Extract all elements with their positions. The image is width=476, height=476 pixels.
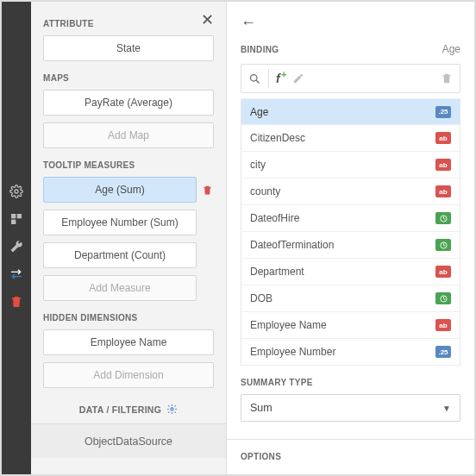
hidden-dimension-pill[interactable]: Employee Name [43,329,214,355]
field-name: Employee Name [250,319,435,331]
type-badge [435,212,451,224]
svg-point-0 [15,190,18,193]
field-name: Department [250,266,435,278]
type-badge [435,239,451,251]
add-dimension-button[interactable]: Add Dimension [43,362,214,388]
field-item[interactable]: countyab [241,178,460,205]
field-name: Employee Number [250,346,435,358]
type-badge: ab [435,266,451,278]
summary-type-select[interactable]: Sum ▼ [241,394,460,422]
svg-point-5 [251,74,258,81]
type-badge: ab [435,185,451,197]
field-item[interactable]: cityab [241,152,460,178]
close-icon[interactable]: ✕ [201,10,214,29]
attribute-pill[interactable]: State [43,35,214,61]
field-item[interactable]: CitizenDescab [241,125,460,152]
field-name: DateofTermination [250,239,435,251]
type-badge [435,292,451,304]
maps-label: MAPS [43,73,214,83]
field-name: DateofHire [250,212,435,224]
attribute-label: ATTRIBUTE [43,19,214,28]
svg-point-4 [171,408,173,410]
field-item[interactable]: DOB [241,285,460,312]
type-badge: .25 [435,106,451,118]
svg-rect-3 [11,220,16,224]
type-badge: .25 [435,346,451,358]
field-list: Age.25CitizenDescabcityabcountyabDateofH… [241,98,460,366]
svg-rect-1 [11,214,16,218]
field-name: DOB [250,292,435,304]
field-item[interactable]: Age.25 [241,98,460,125]
type-badge: ab [435,159,451,171]
binding-label: BINDING [241,45,279,54]
layout-icon[interactable] [2,205,31,233]
field-name: county [250,185,435,197]
edit-icon[interactable] [292,72,304,85]
wrench-icon[interactable] [2,233,31,260]
gear-icon [166,404,178,415]
field-name: CitizenDesc [250,132,435,144]
map-pill[interactable]: PayRate (Average) [43,90,214,116]
tooltip-measures-label: TOOLTIP MEASURES [43,160,214,170]
field-item[interactable]: DateofTermination [241,232,460,259]
field-item[interactable]: DateofHire [241,205,460,232]
field-name: city [250,159,435,171]
trash-icon[interactable] [441,72,453,85]
gear-icon[interactable] [2,178,31,205]
back-icon[interactable]: ← [241,14,256,31]
data-filtering-label: DATA / FILTERING [79,404,161,415]
svg-rect-2 [17,214,22,218]
data-filtering-link[interactable]: DATA / FILTERING [43,404,214,415]
measure-pill[interactable]: Department (Count) [43,242,197,268]
field-name: Age [250,106,435,118]
binding-toolbar: f [241,64,460,93]
delete-measure-icon[interactable] [202,185,214,196]
summary-type-label: SUMMARY TYPE [241,378,460,387]
summary-type-value: Sum [250,402,272,414]
measure-pill[interactable]: Age (Sum) [43,177,197,203]
attribute-panel: ✕ ATTRIBUTE State MAPS PayRate (Average)… [31,2,227,474]
measure-pill[interactable]: Employee Number (Sum) [43,210,197,235]
binding-value: Age [442,43,460,55]
transfer-icon[interactable] [2,260,31,288]
field-item[interactable]: Departmentab [241,259,460,285]
type-badge: ab [435,132,451,144]
chevron-down-icon: ▼ [442,404,451,413]
add-measure-button[interactable]: Add Measure [43,275,197,301]
field-item[interactable]: Employee Nameab [241,312,460,339]
search-icon[interactable] [248,72,261,85]
fx-add-icon[interactable]: f [276,72,285,85]
sidebar-iconbar [2,2,31,474]
binding-panel: ← BINDING Age f Age.25CitizenDescabcitya… [227,2,474,474]
type-badge: ab [435,319,451,331]
hidden-dimensions-label: HIDDEN DIMENSIONS [43,313,214,323]
add-map-button[interactable]: Add Map [43,122,214,148]
trash-icon[interactable] [2,288,31,316]
options-label: OPTIONS [241,452,460,461]
datasource-bar[interactable]: ObjectDataSource [31,423,226,458]
field-item[interactable]: Employee Number.25 [241,339,460,366]
